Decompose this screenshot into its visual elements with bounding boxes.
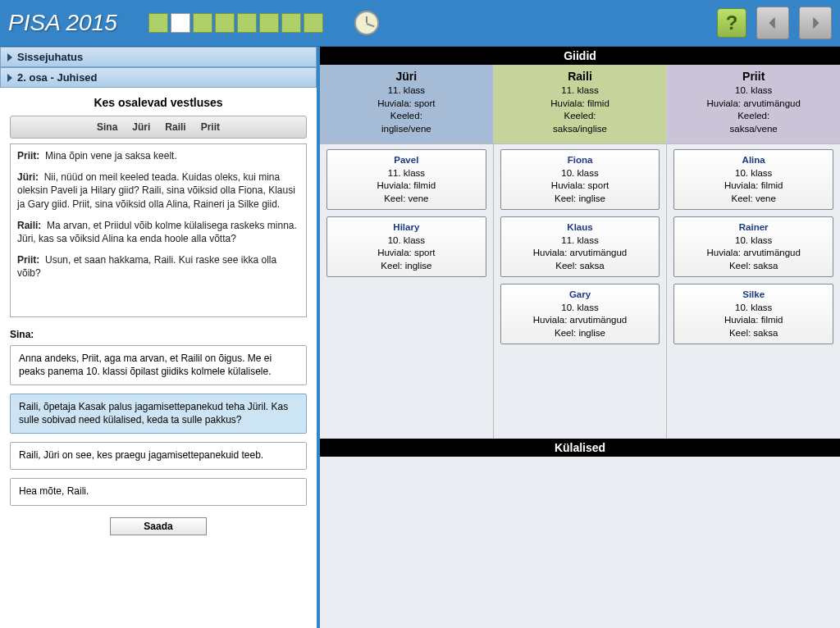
chat-panel: Kes osalevad vestluses Sina Jüri Raili P… xyxy=(0,88,317,628)
visitor-info: Keel: saksa xyxy=(678,327,829,340)
visitor-card[interactable]: Silke10. klassHuviala: filmidKeel: saksa xyxy=(673,284,833,344)
visitor-info: Huviala: arvutimängud xyxy=(504,247,656,260)
progress-box-current xyxy=(171,13,190,33)
chat-text: Ma arvan, et Priidul võib kolme külalise… xyxy=(17,220,297,244)
guide-col-3[interactable]: Alina10. klassHuviala: filmidKeel: veneR… xyxy=(667,144,840,439)
visitor-card[interactable]: Rainer10. klassHuviala: arvutimängudKeel… xyxy=(673,216,833,277)
chat-author: Raili: xyxy=(17,220,41,231)
visitor-name: Hilary xyxy=(331,221,482,234)
participant: Jüri xyxy=(132,121,150,133)
nav-prev-button[interactable] xyxy=(756,7,789,39)
accordion-label: Sissejuhatus xyxy=(17,51,83,63)
visitor-name: Gary xyxy=(504,289,656,302)
guide-col-2[interactable]: Fiona10. klassHuviala: sportKeel: inglis… xyxy=(494,144,668,439)
progress-box xyxy=(193,13,212,33)
right-column: Giidid Jüri 11. klass Huviala: sport Kee… xyxy=(320,47,840,628)
participant: Priit xyxy=(201,121,220,133)
chat-text: Mina õpin vene ja saksa keelt. xyxy=(45,150,177,162)
guide-info: saksa/vene xyxy=(670,123,837,136)
response-choice-1[interactable]: Anna andeks, Priit, aga ma arvan, et Rai… xyxy=(10,345,307,385)
visitor-name: Pavel xyxy=(331,154,482,167)
visitor-info: Keel: vene xyxy=(331,193,482,206)
visitor-info: Huviala: sport xyxy=(331,247,482,260)
chevron-right-icon xyxy=(7,53,12,61)
help-button[interactable]: ? xyxy=(717,8,746,38)
guide-header-priit: Priit 10. klass Huviala: arvutimängud Ke… xyxy=(667,65,840,143)
progress-indicator xyxy=(148,13,323,33)
response-choice-2[interactable]: Raili, õpetaja Kasak palus jagamisettepa… xyxy=(10,394,307,434)
accordion-intro[interactable]: Sissejuhatus xyxy=(0,47,317,67)
guide-col-1[interactable]: Pavel11. klassHuviala: filmidKeel: veneH… xyxy=(320,144,494,439)
guide-info: Keeled: xyxy=(323,110,490,123)
main-area: Sissejuhatus 2. osa - Juhised Kes osalev… xyxy=(0,46,840,628)
guide-info: Huviala: sport xyxy=(323,98,490,111)
visitor-name: Klaus xyxy=(504,221,656,234)
guide-info: 10. klass xyxy=(670,84,837,98)
guide-info: Keeled: xyxy=(497,110,664,123)
send-button[interactable]: Saada xyxy=(110,517,206,535)
visitor-info: 10. klass xyxy=(678,167,829,180)
progress-box xyxy=(215,13,235,33)
visitor-name: Silke xyxy=(678,289,829,302)
you-label: Sina: xyxy=(10,329,307,340)
accordion-part2[interactable]: 2. osa - Juhised xyxy=(0,67,317,88)
visitor-info: Huviala: arvutimängud xyxy=(504,314,656,327)
response-choice-3[interactable]: Raili, Jüri on see, kes praegu jagamiset… xyxy=(10,442,307,470)
visitor-info: Huviala: filmid xyxy=(331,180,482,193)
visitor-info: 10. klass xyxy=(678,302,829,315)
chevron-left-icon xyxy=(764,14,782,32)
visitor-info: 10. klass xyxy=(678,234,829,248)
visitor-info: 11. klass xyxy=(331,167,482,180)
visitor-info: Huviala: filmid xyxy=(678,180,829,193)
guide-info: Huviala: filmid xyxy=(497,98,664,111)
nav-next-button[interactable] xyxy=(799,7,832,39)
progress-box xyxy=(259,13,279,33)
visitor-info: Keel: inglise xyxy=(504,193,656,206)
progress-box xyxy=(148,13,168,33)
guide-info: Keeled: xyxy=(670,110,837,123)
guide-name: Priit xyxy=(670,70,837,83)
visitor-info: Keel: saksa xyxy=(678,260,829,273)
guide-name: Jüri xyxy=(323,70,490,83)
visitor-info: 10. klass xyxy=(331,234,482,248)
participants-bar: Sina Jüri Raili Priit xyxy=(10,116,307,139)
response-choice-4[interactable]: Hea mõte, Raili. xyxy=(10,478,307,506)
chat-text: Nii, nüüd on meil keeled teada. Kuidas o… xyxy=(17,171,295,209)
left-column: Sissejuhatus 2. osa - Juhised Kes osalev… xyxy=(0,47,320,628)
participant: Raili xyxy=(165,121,185,133)
visitor-info: Huviala: arvutimängud xyxy=(678,247,829,260)
visitor-card[interactable]: Pavel11. klassHuviala: filmidKeel: vene xyxy=(326,149,486,210)
visitor-name: Rainer xyxy=(678,221,829,234)
guide-header-raili: Raili 11. klass Huviala: filmid Keeled: … xyxy=(494,65,668,143)
visitor-card[interactable]: Klaus11. klassHuviala: arvutimängudKeel:… xyxy=(500,216,660,277)
visitor-card[interactable]: Gary10. klassHuviala: arvutimängudKeel: … xyxy=(500,284,660,344)
visitor-card[interactable]: Alina10. klassHuviala: filmidKeel: vene xyxy=(673,149,833,210)
visitor-name: Fiona xyxy=(504,154,656,167)
visitor-card[interactable]: Fiona10. klassHuviala: sportKeel: inglis… xyxy=(500,149,660,210)
panel-title: Kes osalevad vestluses xyxy=(10,96,307,109)
guide-info: Huviala: arvutimängud xyxy=(670,98,837,111)
guide-headers-row: Jüri 11. klass Huviala: sport Keeled: in… xyxy=(320,65,840,143)
accordion-label: 2. osa - Juhised xyxy=(17,71,98,84)
chevron-right-icon xyxy=(7,74,12,82)
visitor-info: Keel: vene xyxy=(678,193,829,206)
chat-author: Priit: xyxy=(17,254,39,266)
visitors-header: Külalised xyxy=(320,439,840,457)
chat-author: Jüri: xyxy=(17,171,39,183)
progress-box xyxy=(281,13,301,33)
guide-info: inglise/vene xyxy=(323,123,490,136)
guide-info: saksa/inglise xyxy=(497,123,664,136)
chat-author: Priit: xyxy=(17,150,39,162)
visitor-info: 10. klass xyxy=(504,302,656,315)
visitor-info: 11. klass xyxy=(504,234,656,248)
visitor-info: Huviala: filmid xyxy=(678,314,829,327)
guide-columns: Pavel11. klassHuviala: filmidKeel: veneH… xyxy=(320,143,840,439)
progress-box xyxy=(237,13,257,33)
visitor-card[interactable]: Hilary10. klassHuviala: sportKeel: ingli… xyxy=(326,216,486,277)
app-title: PISA 2015 xyxy=(8,10,117,36)
guides-header: Giidid xyxy=(320,47,840,65)
chat-log[interactable]: Priit: Mina õpin vene ja saksa keelt. Jü… xyxy=(10,143,307,317)
participant: Sina xyxy=(97,121,117,133)
app-header: PISA 2015 ? xyxy=(0,0,840,46)
visitor-info: Keel: saksa xyxy=(504,260,656,273)
